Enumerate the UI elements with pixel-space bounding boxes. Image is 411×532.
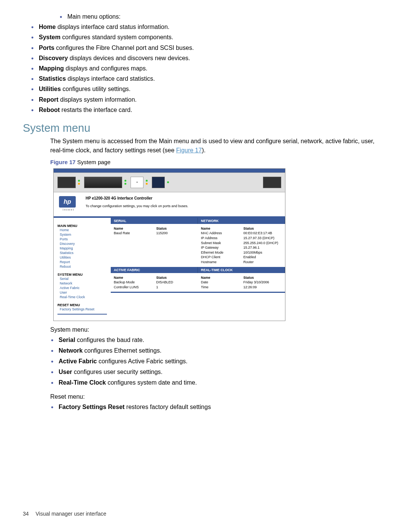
desc: displays interface card statistics. (66, 75, 155, 82)
row-label: Hostname (201, 260, 240, 265)
term-discovery: Discovery (39, 55, 68, 61)
list-item: Serial configures the baud rate. (50, 335, 388, 345)
row-label: IP Gateway (201, 245, 240, 250)
hp-logo: hp invent (59, 196, 78, 211)
desc: configures system date and time. (106, 379, 197, 386)
list-item: Factory Settings Reset restores factory … (50, 402, 388, 412)
row-label: Subnet Mask (201, 241, 240, 246)
row-value: Enabled (244, 255, 282, 260)
sidebar-item-ports[interactable]: Ports (57, 237, 107, 241)
col-header-name: Name (201, 275, 240, 280)
device-module (263, 177, 281, 188)
row-value: 10/100Mbps (244, 250, 282, 255)
desc: configures the Fibre Channel port and SC… (54, 45, 194, 51)
sidebar-item-mapping[interactable]: Mapping (57, 246, 107, 251)
figure-header: hp invent HP e1200-320 4G Interface Cont… (54, 192, 285, 216)
panel-header-network: NETWORK (198, 218, 285, 224)
main-menu-item: Utilities configures utility settings. (30, 84, 388, 94)
desc: restarts the interface card. (60, 107, 132, 113)
row-value: 1 (156, 285, 195, 290)
sidebar-item-utilities[interactable]: Utilities (57, 255, 107, 260)
row-value: Friday 3/10/2006 (244, 280, 282, 285)
figure-caption: Figure 17 System page (50, 159, 388, 165)
term-user: User (59, 369, 72, 375)
list-item: User configures user security settings. (50, 367, 388, 377)
desc: displays and configures maps. (64, 65, 148, 72)
sidebar-item-factory-reset[interactable]: Factory Settings Reset (57, 307, 107, 312)
panel-header-rtc: REAL-TIME CLOCK (198, 267, 285, 273)
row-label: Baud Rate (114, 231, 153, 236)
main-menu-item: Ports configures the Fibre Channel port … (30, 43, 388, 53)
system-menu-title: SYSTEM MENU (57, 273, 107, 276)
main-menu-item: Report displays system information. (30, 94, 388, 105)
sidebar-item-report[interactable]: Report (57, 260, 107, 264)
sidebar-item-user[interactable]: User (57, 290, 107, 295)
device-leds (167, 181, 171, 183)
device-fc-port[interactable]: ≡ (131, 177, 143, 188)
term-reboot: Reboot (39, 107, 60, 113)
col-header-name: Name (114, 275, 153, 280)
row-value: DISABLED (156, 280, 195, 285)
row-label: Time (201, 285, 240, 290)
figure-link[interactable]: Figure 17 (176, 147, 202, 153)
product-subtitle: To change configuration settings, you ma… (86, 204, 188, 208)
term-home: Home (39, 24, 56, 30)
device-leds (146, 180, 150, 185)
main-menu-item: Reboot restarts the interface card. (30, 105, 388, 115)
window-title-bar (54, 169, 285, 173)
term-statistics: Statistics (39, 75, 66, 82)
list-item: Network configures Ethernet settings. (50, 345, 388, 356)
intro-text-1: The System menu is accessed from the Mai… (50, 138, 374, 153)
intro-text-2: ). (202, 147, 206, 153)
main-menu-item: Home displays interface card status info… (30, 22, 388, 32)
device-leds (124, 180, 128, 185)
page-number: 34 (23, 511, 29, 517)
page-footer: 34 Visual manager user interface (23, 511, 106, 517)
product-title: HP e1200-320 4G Interface Controller (86, 196, 188, 200)
term-factory-reset: Factory Settings Reset (59, 404, 124, 410)
desc: configures standard system components. (61, 34, 173, 40)
device-display (152, 177, 165, 188)
main-menu-item: Statistics displays interface card stati… (30, 73, 388, 84)
row-value: 00:E0:02:E3:17:4B (244, 231, 282, 236)
panel-header-serial: SERIAL (111, 218, 198, 224)
hp-logo-sub: invent (59, 208, 78, 211)
section-intro: The System menu is accessed from the Mai… (50, 137, 388, 155)
figure-sidebar: MAIN MENU Home System Ports Discovery Ma… (54, 218, 111, 321)
row-label: Controller LUNS (114, 285, 153, 290)
sidebar-item-system[interactable]: System (57, 232, 107, 237)
sidebar-item-reboot[interactable]: Reboot (57, 264, 107, 269)
device-module (57, 177, 76, 188)
list-item: Active Fabric configures Active Fabric s… (50, 356, 388, 367)
sidebar-item-statistics[interactable]: Statistics (57, 251, 107, 255)
device-port-group[interactable] (84, 177, 122, 188)
fig-caption-text: System page (76, 159, 111, 165)
sidebar-item-active-fabric[interactable]: Active Fabric (57, 286, 107, 290)
fig-label: Figure 17 (50, 159, 76, 165)
row-value: 115200 (156, 231, 195, 236)
desc: restores factory default settings (124, 404, 211, 410)
term-active-fabric: Active Fabric (59, 358, 97, 364)
term-serial: Serial (59, 337, 75, 343)
list-item: Real-Time Clock configures system date a… (50, 377, 388, 388)
term-network: Network (59, 347, 83, 354)
desc: configures Active Fabric settings. (97, 358, 187, 364)
term-mapping: Mapping (39, 65, 64, 72)
sidebar-item-serial[interactable]: Serial (57, 276, 107, 281)
sidebar-item-discovery[interactable]: Discovery (57, 241, 107, 246)
device-image: ≡ (54, 173, 285, 192)
sidebar-item-network[interactable]: Network (57, 281, 107, 286)
term-rtc: Real-Time Clock (59, 379, 106, 386)
desc: configures Ethernet settings. (83, 347, 161, 354)
system-menu-label: System menu: (50, 326, 388, 333)
figure-system-page: ≡ hp invent HP e1200-320 4G Interface Co… (53, 168, 285, 321)
sidebar-item-rtc[interactable]: Real-Time Clock (57, 295, 107, 299)
term-report: Report (39, 96, 59, 103)
sidebar-item-home[interactable]: Home (57, 228, 107, 232)
main-menu-item: Discovery displays devices and discovers… (30, 53, 388, 63)
col-header-status: Status (244, 226, 282, 231)
main-menu-title: MAIN MENU (57, 224, 107, 228)
hp-logo-icon: hp (59, 196, 76, 208)
term-system: System (39, 34, 61, 40)
footer-text: Visual manager user interface (35, 511, 106, 517)
